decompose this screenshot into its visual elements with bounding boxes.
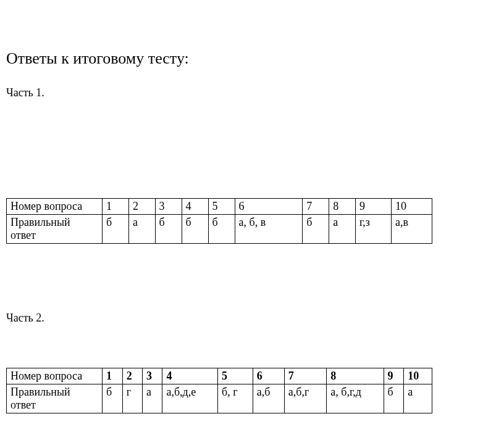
cell: 3 bbox=[143, 368, 162, 384]
cell: 4 bbox=[162, 368, 218, 384]
page-title: Ответы к итоговому тесту: bbox=[6, 49, 498, 68]
cell: 1 bbox=[103, 368, 123, 384]
cell: 9 bbox=[355, 199, 391, 215]
cell: а, б, в bbox=[235, 215, 303, 244]
cell: б bbox=[103, 384, 123, 413]
cell: 3 bbox=[155, 199, 182, 215]
cell: 2 bbox=[122, 368, 142, 384]
table-row: Правильный ответ б г а а,б,д,е б, г а,б … bbox=[7, 384, 432, 413]
cell: а bbox=[128, 215, 155, 244]
row-header: Номер вопроса bbox=[7, 199, 103, 215]
cell: 10 bbox=[392, 199, 432, 215]
cell: б bbox=[303, 215, 329, 244]
cell: а,б,г bbox=[284, 384, 327, 413]
cell: 10 bbox=[404, 368, 432, 384]
cell: б bbox=[182, 215, 208, 244]
row-header: Номер вопроса bbox=[7, 368, 103, 384]
cell: 5 bbox=[208, 199, 235, 215]
table-row: Номер вопроса 1 2 3 4 5 6 7 8 9 10 bbox=[7, 368, 432, 384]
cell: а,б bbox=[253, 384, 284, 413]
cell: 4 bbox=[182, 199, 208, 215]
cell: 9 bbox=[384, 368, 404, 384]
cell: г,з bbox=[355, 215, 391, 244]
cell: б bbox=[103, 215, 129, 244]
cell: 6 bbox=[253, 368, 284, 384]
part1-table: Номер вопроса 1 2 3 4 5 6 7 8 9 10 Прави… bbox=[6, 198, 432, 244]
cell: б bbox=[384, 384, 404, 413]
cell: а,в bbox=[392, 215, 432, 244]
table-row: Номер вопроса 1 2 3 4 5 6 7 8 9 10 bbox=[7, 199, 432, 215]
table-row: Правильный ответ б а б б б а, б, в б а г… bbox=[7, 215, 432, 244]
cell: 7 bbox=[284, 368, 327, 384]
cell: а bbox=[404, 384, 432, 413]
cell: 8 bbox=[327, 368, 384, 384]
cell: г bbox=[122, 384, 142, 413]
part2-label: Часть 2. bbox=[6, 312, 498, 325]
cell: 6 bbox=[235, 199, 303, 215]
cell: б bbox=[208, 215, 235, 244]
cell: 7 bbox=[303, 199, 329, 215]
cell: 1 bbox=[103, 199, 129, 215]
part1-label: Часть 1. bbox=[6, 86, 498, 99]
cell: а bbox=[329, 215, 356, 244]
cell: а,б,д,е bbox=[162, 384, 218, 413]
cell: б bbox=[155, 215, 182, 244]
cell: а, б,г,д bbox=[327, 384, 384, 413]
row-header: Правильный ответ bbox=[7, 215, 103, 244]
row-header: Правильный ответ bbox=[7, 384, 103, 413]
cell: 2 bbox=[128, 199, 155, 215]
cell: 8 bbox=[329, 199, 356, 215]
cell: а bbox=[143, 384, 162, 413]
cell: б, г bbox=[217, 384, 253, 413]
cell: 5 bbox=[217, 368, 253, 384]
part2-table: Номер вопроса 1 2 3 4 5 6 7 8 9 10 Прави… bbox=[6, 368, 432, 413]
